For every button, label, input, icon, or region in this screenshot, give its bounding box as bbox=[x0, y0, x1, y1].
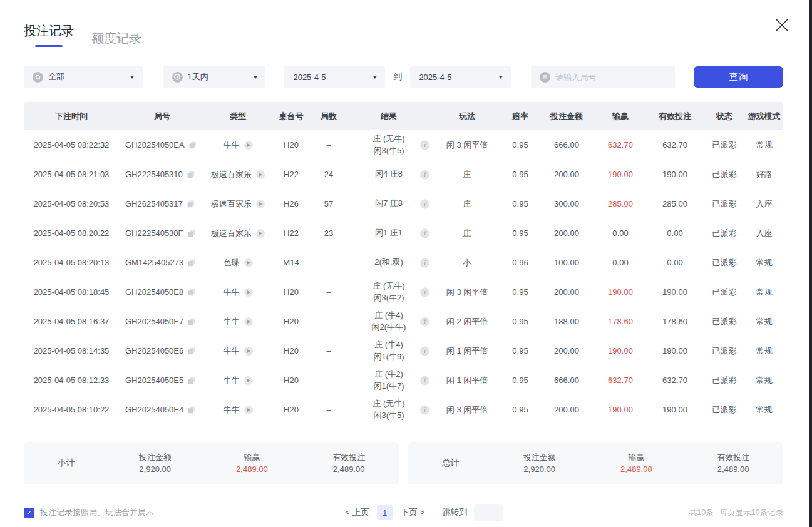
game-mode: 好路 bbox=[745, 169, 783, 180]
table-row: 2025-04-05 08:16:37 GH20254050E7 牛牛 H20 … bbox=[24, 307, 783, 336]
round-count: 23 bbox=[312, 228, 346, 238]
info-icon[interactable]: i bbox=[420, 228, 429, 238]
result-text: 庄 (牛2) 闲1(牛7) bbox=[373, 369, 404, 391]
prev-page-button[interactable]: < 上页 bbox=[345, 507, 369, 518]
copy-icon[interactable] bbox=[188, 318, 195, 325]
date-from-value: 2025-4-5 bbox=[293, 73, 326, 82]
round-badge-icon: 局 bbox=[540, 72, 550, 83]
total-valid: 有效投注 2,489.00 bbox=[686, 451, 780, 476]
date-from-select[interactable]: 2025-4-5 ▾ bbox=[284, 66, 385, 88]
game-type-cell: 牛牛 bbox=[205, 345, 270, 357]
result-text: 庄 (无牛) 闲3(牛2) bbox=[373, 280, 404, 303]
play-video-icon[interactable] bbox=[244, 258, 253, 267]
time-range-select[interactable]: 1天内 ▾ bbox=[163, 66, 266, 88]
table-no: H20 bbox=[270, 376, 312, 385]
jump-page-input[interactable] bbox=[474, 504, 503, 521]
copy-icon[interactable] bbox=[188, 289, 195, 296]
play-method: 闲 3 闲平倍 bbox=[432, 140, 502, 151]
win-loss: 178.60 bbox=[595, 317, 646, 326]
total-bet-label: 投注金额 bbox=[493, 451, 587, 464]
game-type: 牛牛 bbox=[224, 345, 240, 357]
odds: 0.95 bbox=[502, 287, 538, 297]
table-no: H20 bbox=[270, 317, 312, 326]
info-icon[interactable]: i bbox=[420, 405, 429, 414]
play-video-icon[interactable] bbox=[244, 288, 253, 297]
table-no: H20 bbox=[270, 140, 312, 150]
round-count: – bbox=[312, 317, 346, 326]
play-method: 庄 bbox=[432, 169, 502, 180]
play-video-icon[interactable] bbox=[256, 200, 265, 208]
play-video-icon[interactable] bbox=[256, 229, 265, 238]
play-video-icon[interactable] bbox=[244, 347, 253, 356]
copy-icon[interactable] bbox=[188, 406, 195, 414]
total-valid-value: 2,489.00 bbox=[686, 463, 780, 476]
col-header-result: 结果 bbox=[346, 111, 432, 122]
status: 已派彩 bbox=[704, 140, 745, 151]
table-row: 2025-04-05 08:20:22 GH222540530F 极速百家乐 H… bbox=[24, 218, 783, 248]
play-video-icon[interactable] bbox=[244, 317, 253, 326]
category-select[interactable]: 全部 ▾ bbox=[24, 66, 143, 88]
copy-icon[interactable] bbox=[188, 377, 195, 384]
copy-icon[interactable] bbox=[188, 230, 195, 237]
tab-label: 额度记录 bbox=[91, 31, 141, 45]
info-icon[interactable]: i bbox=[420, 140, 429, 150]
round-count: – bbox=[312, 140, 346, 150]
play-video-icon[interactable] bbox=[244, 406, 253, 414]
copy-icon[interactable] bbox=[188, 347, 195, 355]
total-win: 输赢 2,489.00 bbox=[590, 451, 684, 476]
copy-icon[interactable] bbox=[188, 259, 195, 267]
round-id: GH20254050EA bbox=[125, 140, 185, 150]
play-video-icon[interactable] bbox=[244, 141, 253, 150]
play-video-icon[interactable] bbox=[256, 170, 265, 179]
info-icon[interactable]: i bbox=[420, 376, 429, 385]
tab-quota-records[interactable]: 额度记录 bbox=[91, 30, 141, 47]
bet-amount: 200.00 bbox=[538, 170, 595, 179]
copy-icon[interactable] bbox=[187, 200, 195, 208]
play-method: 庄 bbox=[432, 198, 502, 210]
odds: 0.95 bbox=[502, 170, 538, 179]
subtotal-label: 小计 bbox=[24, 458, 108, 469]
round-id: GH20254050E6 bbox=[125, 346, 183, 356]
info-icon[interactable]: i bbox=[420, 170, 429, 179]
total-valid-label: 有效投注 bbox=[686, 451, 780, 464]
chevron-down-icon: ▾ bbox=[130, 74, 133, 80]
subtotal-bet-value: 2,920.00 bbox=[108, 463, 202, 476]
round-id-input[interactable] bbox=[555, 73, 649, 82]
game-type: 极速百家乐 bbox=[211, 198, 252, 210]
win-loss: 190.00 bbox=[595, 346, 646, 356]
copy-icon[interactable] bbox=[187, 171, 195, 178]
odds: 0.95 bbox=[502, 376, 538, 385]
status: 已派彩 bbox=[704, 316, 745, 327]
play-video-icon[interactable] bbox=[244, 376, 253, 385]
info-icon[interactable]: i bbox=[420, 317, 429, 326]
info-icon[interactable]: i bbox=[420, 346, 429, 356]
merge-display-toggle[interactable]: 投注记录按照局、玩法合并展示 bbox=[24, 507, 154, 518]
checkbox-checked-icon[interactable] bbox=[24, 508, 34, 518]
info-icon[interactable]: i bbox=[420, 287, 429, 297]
info-icon[interactable]: i bbox=[420, 258, 429, 267]
screen-right-edge bbox=[809, 0, 812, 527]
round-id-cell: GH20254050EA bbox=[119, 140, 205, 150]
date-to-select[interactable]: 2025-4-5 ▾ bbox=[410, 66, 511, 88]
game-mode: 常规 bbox=[745, 404, 783, 416]
bet-amount: 200.00 bbox=[538, 228, 595, 238]
valid-bet: 632.70 bbox=[646, 376, 704, 385]
win-loss: 0.00 bbox=[595, 228, 646, 238]
next-page-button[interactable]: 下页 > bbox=[401, 507, 425, 518]
table-row: 2025-04-05 08:14:35 GH20254050E6 牛牛 H20 … bbox=[24, 336, 783, 366]
info-icon[interactable]: i bbox=[420, 199, 429, 208]
active-tab-underline bbox=[35, 45, 63, 47]
tab-bet-records[interactable]: 投注记录 bbox=[24, 23, 74, 47]
close-button[interactable] bbox=[772, 15, 792, 35]
col-header-table-no: 桌台号 bbox=[270, 111, 312, 122]
round-id-cell: GH222540530F bbox=[119, 228, 205, 238]
copy-icon[interactable] bbox=[189, 141, 197, 149]
win-loss: 190.00 bbox=[595, 287, 646, 297]
current-page-button[interactable]: 1 bbox=[377, 505, 393, 520]
bet-time: 2025-04-05 08:18:45 bbox=[24, 287, 119, 297]
game-mode: 常规 bbox=[745, 375, 783, 386]
query-button[interactable]: 查询 bbox=[694, 66, 783, 88]
filter-bar: 全部 ▾ 1天内 ▾ 2025-4-5 ▾ 到 2025-4-5 ▾ 局 查询 bbox=[24, 66, 783, 88]
play-method: 小 bbox=[432, 257, 502, 269]
valid-bet: 0.00 bbox=[646, 258, 704, 267]
